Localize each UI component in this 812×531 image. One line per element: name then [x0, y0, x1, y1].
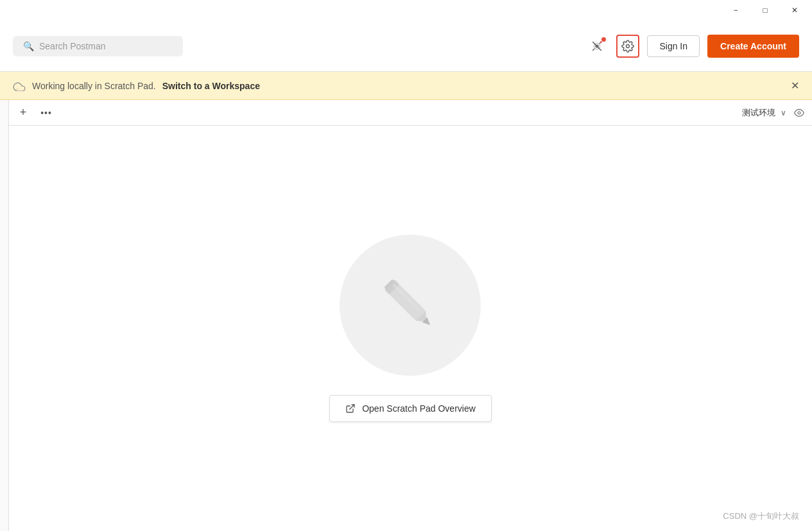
banner-content: Working locally in Scratch Pad. Switch t… [13, 81, 260, 91]
environment-name: 测试环境 [742, 107, 775, 119]
search-icon: 🔍 [23, 41, 34, 51]
svg-point-3 [626, 44, 630, 47]
cloud-icon [13, 81, 26, 91]
minimize-button[interactable]: − [721, 0, 750, 21]
notification-dot [601, 37, 606, 42]
search-placeholder: Search Postman [39, 41, 106, 51]
tabs-header: + ••• 测试环境 ∨ [9, 100, 812, 126]
watermark-text: CSDN @十旬叶大叔 [723, 511, 799, 521]
header: 🔍 Search Postman Sign In Create Account [0, 21, 812, 72]
notification-banner: Working locally in Scratch Pad. Switch t… [0, 72, 812, 100]
environment-selector[interactable]: 测试环境 ∨ [742, 105, 807, 121]
open-scratch-pad-button[interactable]: Open Scratch Pad Overview [329, 395, 492, 422]
banner-close-button[interactable]: ✕ [791, 80, 799, 92]
main-content: Open Scratch Pad Overview CSDN @十旬叶大叔 [9, 126, 812, 531]
chevron-down-icon: ∨ [781, 108, 786, 117]
footer-watermark: CSDN @十旬叶大叔 [723, 510, 799, 522]
sidebar [0, 100, 9, 531]
header-right: Sign In Create Account [585, 35, 799, 58]
svg-point-5 [798, 112, 800, 114]
add-tab-button[interactable]: + [14, 104, 32, 122]
sidebar-indicator [3, 103, 6, 115]
gear-icon [621, 40, 634, 53]
external-link-icon [345, 403, 356, 414]
create-account-button[interactable]: Create Account [707, 35, 799, 58]
settings-button[interactable] [616, 35, 639, 58]
title-bar: − □ ✕ [0, 0, 812, 21]
svg-line-12 [350, 405, 354, 409]
banner-text: Working locally in Scratch Pad. [32, 81, 156, 91]
signin-button[interactable]: Sign In [647, 35, 700, 57]
close-button[interactable]: ✕ [780, 0, 809, 21]
eye-icon [794, 108, 804, 118]
app-body: + ••• 测试环境 ∨ [0, 100, 812, 531]
satellite-icon-button[interactable] [585, 35, 609, 58]
eye-icon-button[interactable] [791, 105, 807, 121]
search-bar[interactable]: 🔍 Search Postman [13, 36, 183, 56]
switch-workspace-link[interactable]: Switch to a Workspace [162, 81, 260, 91]
pencil-icon [375, 270, 445, 341]
open-scratch-pad-label: Open Scratch Pad Overview [362, 403, 476, 414]
more-tabs-button[interactable]: ••• [37, 104, 55, 122]
header-left: 🔍 Search Postman [13, 36, 183, 56]
tabs-bar: + ••• 测试环境 ∨ [9, 100, 812, 531]
empty-illustration [340, 235, 481, 376]
empty-state: Open Scratch Pad Overview [329, 235, 492, 422]
maximize-button[interactable]: □ [750, 0, 780, 21]
